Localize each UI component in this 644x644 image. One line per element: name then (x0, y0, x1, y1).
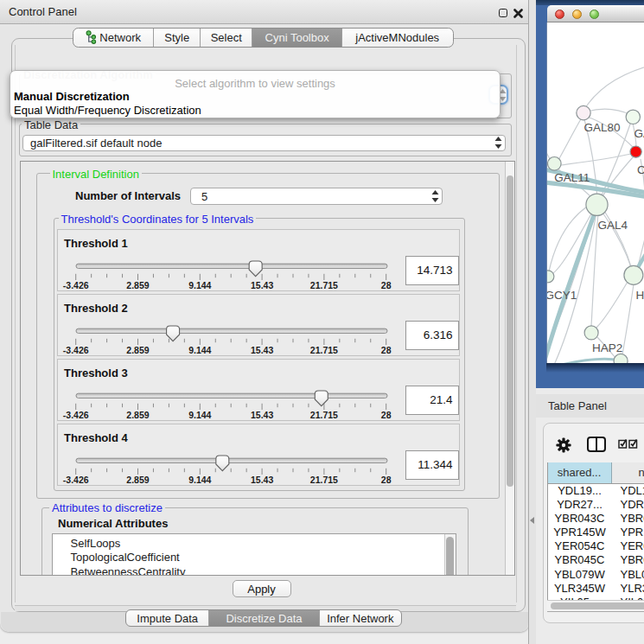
svg-text:GCY1: GCY1 (547, 289, 577, 302)
svg-text:GAL11: GAL11 (554, 171, 590, 184)
svg-text:GAL80: GAL80 (584, 121, 621, 134)
svg-text:GAL3: GAL3 (634, 127, 644, 140)
svg-text:HIS4: HIS4 (636, 289, 644, 302)
svg-text:HAP2: HAP2 (592, 341, 622, 354)
svg-text:GAL4: GAL4 (598, 219, 628, 232)
svg-text:CDC2: CDC2 (637, 163, 644, 176)
